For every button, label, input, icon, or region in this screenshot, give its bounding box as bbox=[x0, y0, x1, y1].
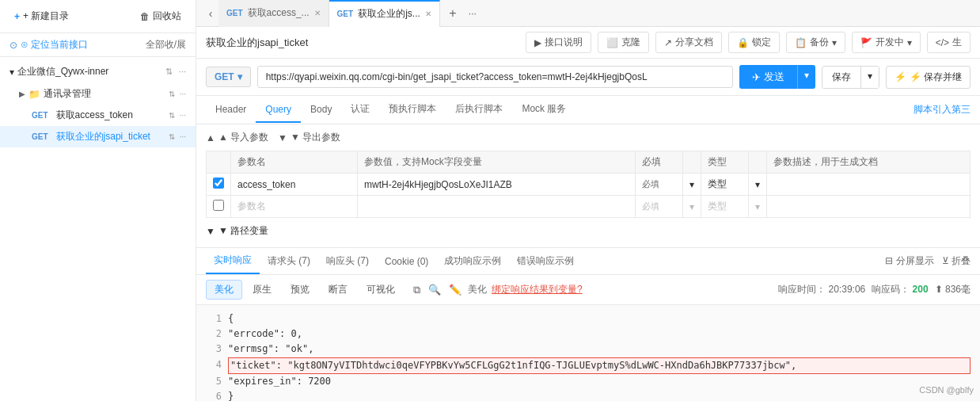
row2-value-cell[interactable] bbox=[358, 196, 636, 218]
row1-checkbox[interactable] bbox=[213, 178, 224, 189]
tab-body[interactable]: Body bbox=[301, 97, 341, 123]
row2-type-cell: 类型 bbox=[701, 196, 749, 218]
code-line: 4 "ticket": "kgt8ON7yVITDhtdwci0qeVFYPBK… bbox=[206, 357, 971, 374]
code-line: 3 "errmsg": "ok", bbox=[206, 342, 971, 357]
save-button[interactable]: 保存 bbox=[822, 67, 860, 88]
tab-access-token[interactable]: GET 获取access_... ✕ bbox=[218, 0, 329, 27]
method-badge-get-1: GET bbox=[28, 110, 51, 120]
clone-icon: ⬜ bbox=[606, 37, 618, 48]
sidebar-item-jsapi-ticket[interactable]: GET 获取企业的jsapi_ticket ⇅ ··· bbox=[0, 126, 196, 147]
script-import-link[interactable]: 脚本引入第三 bbox=[914, 103, 971, 116]
tab-mock[interactable]: Mock 服务 bbox=[512, 96, 575, 124]
fmt-beautify[interactable]: 美化 bbox=[206, 280, 242, 300]
fmt-preview[interactable]: 预览 bbox=[282, 280, 318, 300]
tab-pre-script[interactable]: 预执行脚本 bbox=[379, 96, 446, 124]
url-input[interactable] bbox=[257, 66, 733, 88]
time-label: 响应时间： bbox=[778, 284, 826, 295]
clone-button[interactable]: ⬜ 克隆 bbox=[598, 32, 649, 53]
backup-button[interactable]: 📋 备份 ▾ bbox=[786, 32, 845, 53]
sidebar-item-access-token[interactable]: GET 获取access_token ⇅ ··· bbox=[0, 105, 196, 126]
tab2-close[interactable]: ✕ bbox=[425, 10, 431, 18]
bind-result-button[interactable]: 绑定响应结果到变量? bbox=[492, 283, 583, 296]
search-icon[interactable]: 🔍 bbox=[427, 282, 443, 297]
sidebar-item-address[interactable]: ▶ 📁 通讯录管理 ⇅ ··· bbox=[0, 83, 196, 105]
sort-icon-3: ⇅ bbox=[169, 111, 175, 120]
params-table: 参数名 参数值，支持Mock字段变量 必填 类型 参数描述，用于生成文档 acc… bbox=[206, 151, 971, 218]
resp-tab-req-headers[interactable]: 请求头 (7) bbox=[260, 249, 318, 273]
tab-auth[interactable]: 认证 bbox=[341, 96, 379, 124]
lock-button[interactable]: 🔒 锁定 bbox=[728, 32, 780, 53]
row1-name-cell[interactable]: access_token bbox=[231, 174, 358, 196]
tab-add-button[interactable]: + bbox=[443, 4, 462, 23]
group-header[interactable]: ▾ 企业微信_Qywx-inner ⇅ ··· bbox=[0, 60, 196, 83]
tab1-close[interactable]: ✕ bbox=[314, 9, 321, 17]
sort-icon[interactable]: ⇅ bbox=[165, 67, 173, 77]
tab-post-script[interactable]: 后执行脚本 bbox=[446, 96, 512, 124]
line-number: 4 bbox=[206, 357, 222, 374]
row2-type-arrow-cell[interactable]: ▾ bbox=[749, 196, 767, 218]
row1-req-arrow-cell[interactable]: ▾ bbox=[683, 174, 701, 196]
req-arrow-icon: ▾ bbox=[689, 179, 694, 190]
extra-label: 生 bbox=[952, 36, 962, 49]
tab-query[interactable]: Query bbox=[256, 97, 301, 123]
line-number: 6 bbox=[206, 389, 222, 401]
row2-name-cell[interactable]: 参数名 bbox=[231, 196, 358, 218]
request-header: 获取企业的jsapi_ticket ▶ 接口说明 ⬜ 克隆 ↗ 分享文档 🔒 锁… bbox=[196, 27, 980, 59]
resp-tab-resp-headers[interactable]: 响应头 (7) bbox=[318, 249, 377, 273]
method-select[interactable]: GET ▾ bbox=[206, 67, 251, 87]
row1-value-cell[interactable]: mwtH-2ej4kHjegjbQosLoXeJI1AZB bbox=[358, 174, 636, 196]
split-screen-button[interactable]: ⊟ 分屏显示 bbox=[885, 254, 933, 268]
more-icon[interactable]: ··· bbox=[179, 67, 186, 77]
row2-req-arrow-cell[interactable]: ▾ bbox=[683, 196, 701, 218]
resp-tab-realtime[interactable]: 实时响应 bbox=[206, 248, 260, 274]
new-dir-label: + 新建目录 bbox=[23, 10, 69, 23]
collapse-button[interactable]: ⊻ 折叠 bbox=[942, 254, 971, 268]
export-params-button[interactable]: ▼ ▼ 导出参数 bbox=[278, 131, 340, 144]
locate-button[interactable]: ⊙ ⊙ 定位当前接口 bbox=[9, 38, 88, 52]
fmt-assert[interactable]: 断言 bbox=[320, 280, 356, 300]
resp-tab-cookie[interactable]: Cookie (0) bbox=[377, 250, 436, 273]
send-button[interactable]: ✈ 发送 bbox=[739, 65, 797, 89]
backup-arrow: ▾ bbox=[832, 37, 837, 48]
fmt-raw[interactable]: 原生 bbox=[244, 280, 280, 300]
import-params-button[interactable]: ▲ ▲ 导入参数 bbox=[206, 131, 268, 144]
path-var-toggle[interactable]: ▼ ▼ 路径变量 bbox=[206, 221, 971, 241]
api-doc-button[interactable]: ▶ 接口说明 bbox=[526, 32, 591, 53]
tab-header[interactable]: Header bbox=[206, 97, 256, 123]
row1-check-cell bbox=[207, 174, 231, 196]
new-dir-button[interactable]: + + 新建目录 bbox=[9, 6, 74, 26]
resp-tab-error-example[interactable]: 错误响应示例 bbox=[509, 249, 582, 273]
line-number: 5 bbox=[206, 374, 222, 389]
row2-checkbox[interactable] bbox=[213, 200, 224, 211]
beautify-icon[interactable]: ✏️ bbox=[447, 282, 463, 297]
save-keep-button[interactable]: ⚡ ⚡ 保存并继 bbox=[886, 66, 971, 89]
col-desc: 参数描述，用于生成文档 bbox=[767, 151, 971, 174]
tab-jsapi-ticket[interactable]: GET 获取企业的js... ✕ bbox=[329, 0, 440, 27]
expand-button[interactable]: 全部收/展 bbox=[146, 38, 186, 52]
row1-type-arrow-cell[interactable]: ▾ bbox=[749, 174, 767, 196]
row1-type[interactable]: 类型 bbox=[708, 178, 742, 191]
send-btn-group: ✈ 发送 ▾ bbox=[739, 65, 815, 89]
tab-prev-button[interactable]: ‹ bbox=[203, 6, 218, 21]
resp-tab-success-example[interactable]: 成功响应示例 bbox=[436, 249, 509, 273]
row1-desc-cell[interactable] bbox=[767, 174, 971, 196]
code-line: 1{ bbox=[206, 311, 971, 327]
more-icon-4: ··· bbox=[180, 132, 186, 141]
resp-tabs-right: ⊟ 分屏显示 ⊻ 折叠 bbox=[885, 254, 971, 268]
table-row: 参数名 必填 ▾ 类型 ▾ bbox=[207, 196, 971, 218]
row1-value: mwtH-2ej4kHjegjbQosLoXeJI1AZB bbox=[364, 179, 512, 190]
row2-type[interactable]: 类型 bbox=[708, 200, 742, 213]
row2-desc-cell[interactable] bbox=[767, 196, 971, 218]
send-arrow-button[interactable]: ▾ bbox=[797, 65, 815, 89]
dev-status-button[interactable]: 🚩 开发中 ▾ bbox=[852, 32, 921, 53]
share-button[interactable]: ↗ 分享文档 bbox=[655, 32, 722, 53]
recycle-button[interactable]: 🗑 回收站 bbox=[135, 6, 186, 26]
fmt-visual[interactable]: 可视化 bbox=[358, 280, 404, 300]
save-arrow-button[interactable]: ▾ bbox=[860, 67, 879, 88]
response-section: 实时响应 请求头 (7) 响应头 (7) Cookie (0) 成功响应示例 错… bbox=[196, 247, 980, 401]
copy-icon[interactable]: ⧉ bbox=[412, 282, 422, 298]
collapse-icon: ⊻ bbox=[942, 255, 949, 266]
tab-more-button[interactable]: ··· bbox=[465, 8, 480, 19]
extra-button[interactable]: </> 生 bbox=[927, 32, 971, 53]
chevron-down-icon: ▾ bbox=[9, 67, 14, 78]
